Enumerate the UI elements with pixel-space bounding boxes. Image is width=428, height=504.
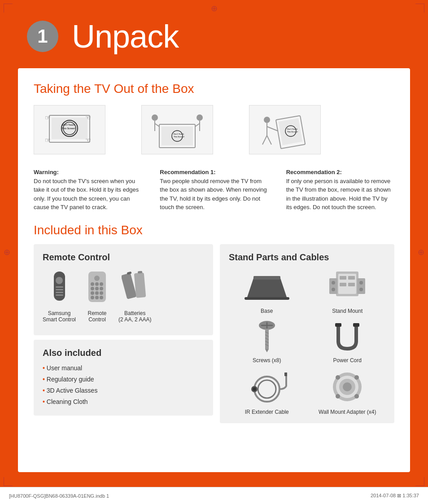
svg-text:This Screen!: This Screen! xyxy=(174,136,184,138)
corner-mark-tr xyxy=(415,4,424,13)
svg-line-20 xyxy=(195,123,200,127)
wall-mount-item: Wall Mount Adapter (x4) xyxy=(310,370,386,415)
corner-mark-br xyxy=(415,477,424,486)
svg-text:This Screen!: This Screen! xyxy=(287,131,298,133)
svg-marker-55 xyxy=(247,278,287,298)
screws-item: Screws (x8) xyxy=(229,321,305,364)
rec2-instruction: Recommendation 2: If only one person is … xyxy=(286,168,394,212)
step-number-circle: 1 xyxy=(27,21,58,52)
warning-text: Do not touch the TV's screen when you ta… xyxy=(34,178,139,211)
base-item: Base xyxy=(229,269,305,314)
crosshair-left: ⊕ xyxy=(4,247,10,257)
svg-rect-34 xyxy=(56,289,63,290)
remote-control-title: Remote Control xyxy=(43,252,204,263)
svg-point-92 xyxy=(354,375,359,380)
batteries-icon xyxy=(122,269,148,307)
stand-mount-icon xyxy=(323,269,372,304)
power-cord-item: Power Cord xyxy=(310,321,386,364)
also-included-list: User manual Regulatory guide 3D Active G… xyxy=(43,363,204,408)
rec2-image: Don't Touch This Screen! xyxy=(249,105,321,154)
svg-point-46 xyxy=(95,291,99,295)
screws-label: Screws (x8) xyxy=(253,357,281,364)
list-item: 3D Active Glasses xyxy=(43,385,204,396)
svg-rect-63 xyxy=(348,283,355,286)
svg-rect-54 xyxy=(138,271,142,273)
unbox-illustrations: ☞ ☜ ☞ ☜ Don't Touch This Screen! xyxy=(34,105,394,159)
svg-rect-60 xyxy=(340,276,346,280)
ir-cable-item: IR Extender Cable xyxy=(229,370,305,415)
rec2-text: If only one person is available to remov… xyxy=(286,178,391,211)
list-item: Cleaning Cloth xyxy=(43,396,204,408)
svg-rect-35 xyxy=(56,292,63,293)
svg-point-39 xyxy=(91,282,94,286)
svg-line-29 xyxy=(262,136,267,145)
corner-mark-tl xyxy=(4,4,13,13)
crosshair-top: ⊕ xyxy=(211,4,218,13)
svg-point-40 xyxy=(95,282,99,286)
svg-text:Don't Touch: Don't Touch xyxy=(62,123,75,126)
samsung-remote-icon xyxy=(49,269,70,307)
svg-line-17 xyxy=(155,123,159,127)
screws-icon xyxy=(256,321,278,354)
stand-section: Stand Parts and Cables xyxy=(220,244,394,423)
svg-point-44 xyxy=(100,287,103,290)
svg-point-42 xyxy=(91,287,94,290)
remote-control-item: RemoteControl xyxy=(85,269,109,323)
svg-rect-80 xyxy=(335,323,341,327)
svg-point-47 xyxy=(100,291,103,295)
svg-rect-61 xyxy=(348,276,355,280)
left-panel: Remote Control xyxy=(34,244,213,423)
samsung-control-label: SamsungSmart Control xyxy=(43,310,76,323)
svg-rect-33 xyxy=(56,286,63,288)
svg-point-18 xyxy=(197,114,203,121)
corner-mark-bl xyxy=(4,477,13,486)
svg-rect-65 xyxy=(357,278,365,294)
footer-right: 2014-07-08 ⊠ 1:35:37 xyxy=(371,493,419,499)
svg-point-48 xyxy=(91,296,94,299)
svg-point-49 xyxy=(95,296,99,299)
svg-point-68 xyxy=(332,288,335,291)
rec1-text: Two people should remove the TV from the… xyxy=(160,178,266,211)
included-section: Included in this Box Remote Control xyxy=(34,223,394,423)
rec2-label: Recommendation 2: xyxy=(286,169,342,175)
svg-rect-62 xyxy=(340,283,346,286)
svg-text:Don't Touch: Don't Touch xyxy=(174,133,184,135)
batteries-label: Batteries(2 AA, 2 AAA) xyxy=(118,310,151,323)
wall-mount-label: Wall Mount Adapter (x4) xyxy=(319,409,376,415)
svg-point-85 xyxy=(253,387,256,391)
samsung-smart-control: SamsungSmart Control xyxy=(43,269,76,323)
warning-label: Warning: xyxy=(34,169,59,175)
base-icon xyxy=(242,269,292,304)
crosshair-right: ⊕ xyxy=(418,247,424,257)
svg-line-28 xyxy=(267,127,278,131)
svg-text:☜: ☜ xyxy=(85,114,91,121)
page-wrapper: ⊕ ⊕ ⊕ 1 Unpack Taking the TV Out of the … xyxy=(0,0,428,504)
svg-point-50 xyxy=(100,296,103,299)
svg-point-91 xyxy=(336,375,340,380)
rec1-label: Recommendation 1: xyxy=(160,169,215,175)
wall-mount-icon xyxy=(331,370,364,405)
also-included-box: Also included User manual Regulatory gui… xyxy=(34,340,213,416)
stand-parts-title: Stand Parts and Cables xyxy=(229,252,385,263)
ir-cable-icon xyxy=(247,370,287,405)
svg-point-90 xyxy=(343,382,352,391)
main-content: Taking the TV Out of the Box xyxy=(18,68,410,472)
svg-point-26 xyxy=(264,117,270,123)
warning-image: ☞ ☜ ☞ ☜ Don't Touch This Screen! xyxy=(34,105,105,154)
stand-grid: Base xyxy=(229,269,385,415)
svg-point-43 xyxy=(95,287,99,290)
svg-rect-86 xyxy=(284,373,287,376)
remote-control-box: Remote Control xyxy=(34,244,213,335)
svg-text:This Screen!: This Screen! xyxy=(62,127,75,130)
svg-rect-31 xyxy=(54,272,65,301)
svg-point-45 xyxy=(91,291,94,295)
svg-rect-36 xyxy=(56,294,63,296)
footer-left: [HU8700F-QSG]BN68-06339A-01ENG.indb 1 xyxy=(9,493,109,499)
svg-rect-57 xyxy=(245,297,289,300)
svg-rect-56 xyxy=(253,276,280,280)
footer: [HU8700F-QSG]BN68-06339A-01ENG.indb 1 20… xyxy=(0,487,428,504)
batteries-item: Batteries(2 AA, 2 AAA) xyxy=(118,269,151,323)
included-grid: Remote Control xyxy=(34,244,394,423)
svg-rect-81 xyxy=(353,323,359,327)
svg-line-30 xyxy=(267,136,271,145)
